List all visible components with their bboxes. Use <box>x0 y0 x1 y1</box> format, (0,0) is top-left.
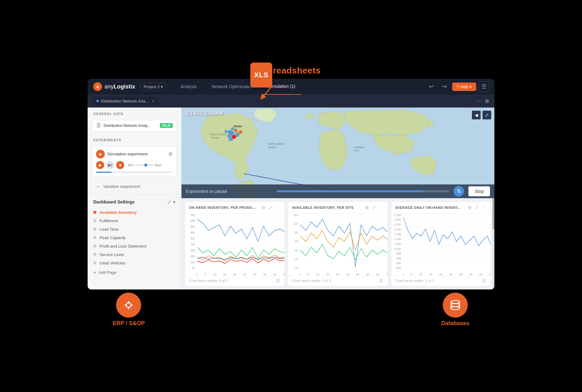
simulation-icon: ▶ <box>96 150 105 158</box>
chart3-footer: Chart items visible: 1 of 1 ☰ <box>391 276 491 286</box>
svg-point-20 <box>225 130 228 133</box>
map-area: North Pacific Ocean North Atlantic Ocean… <box>181 108 494 198</box>
chart3-expand-button[interactable]: ⤢ <box>474 204 479 211</box>
chart-onhand-inventory: ON-HAND INVENTORY, PER PRODU... ⚙ ⤢ ⋮ 70… <box>185 202 284 286</box>
play-button[interactable]: ▶ <box>96 161 104 169</box>
svg-point-46 <box>128 307 130 309</box>
logo-area: a anyLogistix <box>93 82 135 92</box>
tab-more-button[interactable]: ⋯ <box>477 98 482 104</box>
chart1-title: ON-HAND INVENTORY, PER PRODU... <box>189 206 259 209</box>
logo-text: anyLogistix <box>105 83 135 90</box>
question-icon: ? <box>457 84 459 89</box>
chart2-legend-button[interactable]: ☰ <box>379 278 384 284</box>
chart2-expand-button[interactable]: ⤢ <box>371 204 376 211</box>
dash-page-available-inventory[interactable]: Available Inventory <box>88 208 181 217</box>
pause-icon: ⇅ <box>453 186 464 197</box>
undo-button[interactable]: ↩ <box>426 81 437 92</box>
tab-distribution[interactable]: Distribution Network Ana... ✕ <box>93 97 158 105</box>
speed-slider-thumb <box>144 163 147 167</box>
dash-dot <box>93 244 96 248</box>
erp-icon <box>122 298 135 312</box>
svg-text:Ocean: Ocean <box>211 136 219 139</box>
map-expand-button[interactable]: ⤢ <box>482 111 491 119</box>
redo-button[interactable]: ↪ <box>439 81 450 92</box>
chart1-header: ON-HAND INVENTORY, PER PRODU... ⚙ ⤢ ⋮ <box>185 202 284 214</box>
simulation-experiment: ▶ Simulation experiment ⚙ ▶ ▶| ■ Min <box>92 146 177 176</box>
dash-page-profit-loss[interactable]: Profit and Loss Statement <box>88 242 181 250</box>
tab-bar: Distribution Network Ana... ✕ ⋯ ⊕ <box>88 95 494 108</box>
step-forward-button[interactable]: ▶| <box>106 161 114 169</box>
chart2-body: 120 100 80 60 40 20 10 <box>288 214 387 276</box>
chart2-more-button[interactable]: ⋮ <box>378 204 384 211</box>
dash-page-peak-capacity[interactable]: Peak Capacity <box>88 234 181 242</box>
chart1-settings-button[interactable]: ⚙ <box>261 204 266 211</box>
general-data-header: GENERAL DATA <box>88 108 181 118</box>
dash-dot <box>93 261 96 264</box>
map-pause-bar: Experiment on pause ⇅ Stop <box>181 184 494 198</box>
chart3-body: 1,350 1,300 1,250 1,200 1,150 1,100 1,05… <box>391 214 491 276</box>
dashboard-settings-header: Dashboard Settings ⤢ ▾ <box>88 194 181 208</box>
charts-row: ON-HAND INVENTORY, PER PRODU... ⚙ ⤢ ⋮ 70… <box>185 202 491 286</box>
svg-text:Ocean: Ocean <box>268 145 276 148</box>
databases-label: Databases <box>441 320 469 327</box>
chart1-expand-button[interactable]: ⤢ <box>268 204 273 211</box>
experiments-section: ▶ Simulation experiment ⚙ ▶ ▶| ■ Min <box>88 144 181 179</box>
dash-dot <box>93 236 96 239</box>
chart3-legend-button[interactable]: ☰ <box>482 278 487 284</box>
svg-point-13 <box>234 128 237 132</box>
stop-button[interactable]: ■ <box>116 161 124 169</box>
chart2-header: AVAILABLE INVENTORY, PER SITE ⚙ ⤢ ⋮ <box>288 202 387 214</box>
logo-icon: a <box>93 82 103 92</box>
dash-page-service-level[interactable]: Service Level <box>88 250 181 259</box>
expand-dashboard-button[interactable]: ⤢ <box>167 199 171 205</box>
chart3-plot <box>402 214 491 270</box>
map-collapse-button[interactable]: ◀ <box>472 111 481 119</box>
speed-slider[interactable] <box>135 164 154 166</box>
valid-badge: VALID <box>160 123 173 128</box>
chart3-more-button[interactable]: ⋮ <box>481 204 487 211</box>
progress-bar <box>96 172 173 173</box>
add-page-button[interactable]: + Add Page <box>88 267 181 278</box>
chart2-settings-button[interactable]: ⚙ <box>364 204 370 211</box>
bottom-icons: ERP / S&OP Databases <box>88 293 494 327</box>
settings-icon[interactable]: ⚙ <box>168 151 173 157</box>
map-controls: ◀ ⤢ <box>472 111 491 119</box>
speed-control: Min Max <box>128 163 161 167</box>
progress-bar-fill <box>96 172 111 173</box>
experiments-header: EXPERIMENTS <box>88 134 181 144</box>
svg-text:North Atlantic: North Atlantic <box>268 142 285 145</box>
variation-experiment[interactable]: ↔ Variation experiment <box>92 181 177 192</box>
tab-close-icon[interactable]: ✕ <box>152 99 155 103</box>
charts-area: ON-HAND INVENTORY, PER PRODU... ⚙ ⤢ ⋮ 70… <box>181 198 494 289</box>
svg-point-45 <box>128 302 130 304</box>
dash-page-fulfillment[interactable]: Fulfillment <box>88 217 181 225</box>
dash-page-used-vehicles[interactable]: Used Vehicles <box>88 259 181 267</box>
help-button[interactable]: ? Help ▾ <box>452 83 476 91</box>
dash-page-lead-time[interactable]: Lead Time <box>88 225 181 234</box>
dash-dot <box>93 228 96 231</box>
scrollbar-thumb <box>493 198 494 229</box>
chart3-settings-button[interactable]: ⚙ <box>467 204 472 211</box>
svg-point-48 <box>130 304 132 306</box>
chart1-more-button[interactable]: ⋮ <box>275 204 281 211</box>
pause-text: Experiment on pause <box>186 189 272 194</box>
chart1-legend-button[interactable]: ☰ <box>275 278 281 284</box>
svg-point-53 <box>451 307 460 310</box>
svg-point-50 <box>451 304 460 307</box>
erp-label: ERP / S&OP <box>113 320 145 327</box>
tab-dot <box>96 100 99 102</box>
chart3-header: AVERAGE DAILY ON-HAND INVENT... ⚙ ⤢ ⋮ <box>391 202 491 214</box>
stop-button[interactable]: Stop <box>468 186 490 196</box>
xls-icon-wrapper: XLS <box>250 63 272 88</box>
chart-avg-daily: AVERAGE DAILY ON-HAND INVENT... ⚙ ⤢ ⋮ 1,… <box>391 202 491 286</box>
nav-item-analysis[interactable]: Analysis <box>174 79 203 95</box>
project-selector[interactable]: Project 2 ▾ <box>140 83 166 91</box>
db-item[interactable]: 🗄 Distribution Network Analy... VALID <box>92 120 177 131</box>
pause-progress-fill <box>277 190 423 192</box>
collapse-dashboard-button[interactable]: ▾ <box>173 199 176 205</box>
svg-point-21 <box>228 130 232 134</box>
tab-expand-button[interactable]: ⊕ <box>485 98 489 104</box>
menu-button[interactable]: ☰ <box>479 81 489 92</box>
charts-scrollbar[interactable] <box>493 198 494 289</box>
tab-actions: ⋯ ⊕ <box>477 98 489 104</box>
